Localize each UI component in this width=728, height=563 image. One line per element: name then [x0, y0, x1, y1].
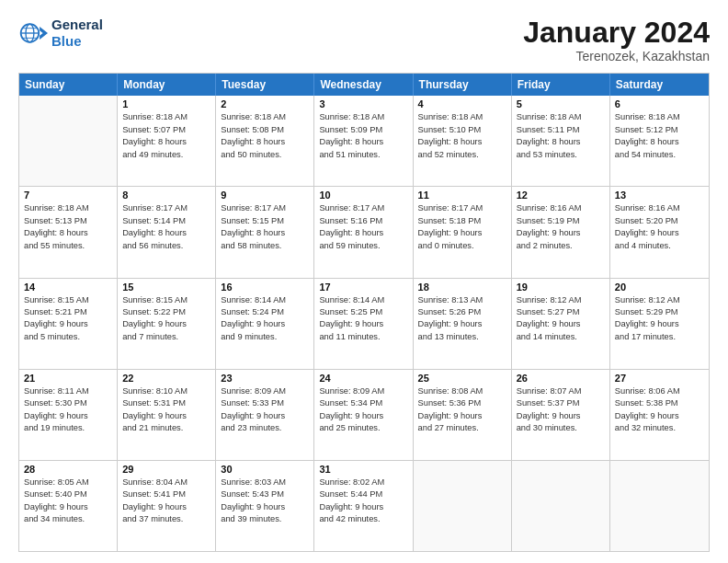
calendar-cell: 29 Sunrise: 8:04 AM Sunset: 5:41 PM Dayl… — [118, 461, 216, 551]
sunset-text: Sunset: 5:13 PM — [24, 215, 112, 227]
calendar-cell: 20 Sunrise: 8:12 AM Sunset: 5:29 PM Dayl… — [610, 279, 709, 369]
day-number: 19 — [517, 282, 605, 293]
day-number: 22 — [122, 373, 210, 384]
calendar-cell: 18 Sunrise: 8:13 AM Sunset: 5:26 PM Dayl… — [414, 279, 512, 369]
sunset-text: Sunset: 5:30 PM — [24, 397, 112, 409]
sunset-text: Sunset: 5:19 PM — [517, 215, 605, 227]
daylight-minutes-text: and 51 minutes. — [319, 149, 407, 161]
daylight-text: Daylight: 8 hours — [418, 136, 506, 148]
calendar-header: SundayMondayTuesdayWednesdayThursdayFrid… — [19, 74, 709, 96]
sunset-text: Sunset: 5:24 PM — [221, 306, 309, 318]
sunset-text: Sunset: 5:43 PM — [221, 488, 309, 500]
calendar-week-5: 28 Sunrise: 8:05 AM Sunset: 5:40 PM Dayl… — [19, 460, 709, 551]
calendar-cell — [512, 461, 610, 551]
daylight-minutes-text: and 25 minutes. — [319, 422, 407, 434]
day-number: 10 — [319, 190, 407, 201]
day-number: 26 — [517, 373, 605, 384]
sunset-text: Sunset: 5:29 PM — [615, 306, 704, 318]
sunrise-text: Sunrise: 8:05 AM — [24, 477, 112, 488]
sunrise-text: Sunrise: 8:04 AM — [122, 477, 210, 488]
calendar-cell: 23 Sunrise: 8:09 AM Sunset: 5:33 PM Dayl… — [216, 370, 314, 460]
day-number: 6 — [615, 98, 704, 109]
sunset-text: Sunset: 5:22 PM — [122, 306, 210, 318]
daylight-minutes-text: and 58 minutes. — [221, 240, 309, 252]
day-number: 28 — [24, 464, 112, 475]
daylight-text: Daylight: 9 hours — [319, 501, 407, 513]
calendar-cell: 17 Sunrise: 8:14 AM Sunset: 5:25 PM Dayl… — [314, 279, 413, 369]
daylight-text: Daylight: 9 hours — [418, 227, 506, 239]
daylight-text: Daylight: 9 hours — [517, 410, 605, 422]
day-number: 16 — [221, 282, 309, 293]
day-number: 24 — [319, 373, 407, 384]
calendar-cell — [414, 461, 512, 551]
calendar-body: 1 Sunrise: 8:18 AM Sunset: 5:07 PM Dayli… — [19, 96, 709, 551]
day-number: 17 — [319, 282, 407, 293]
daylight-minutes-text: and 53 minutes. — [517, 149, 605, 161]
daylight-minutes-text: and 30 minutes. — [517, 422, 605, 434]
daylight-text: Daylight: 9 hours — [615, 227, 704, 239]
header-day-saturday: Saturday — [610, 74, 709, 96]
calendar-cell: 16 Sunrise: 8:14 AM Sunset: 5:24 PM Dayl… — [216, 279, 314, 369]
calendar-cell: 2 Sunrise: 8:18 AM Sunset: 5:08 PM Dayli… — [216, 96, 314, 186]
daylight-minutes-text: and 9 minutes. — [221, 331, 309, 343]
header: General Blue January 2024 Terenozek, Kaz… — [18, 17, 710, 63]
sunset-text: Sunset: 5:26 PM — [418, 306, 506, 318]
calendar-cell: 26 Sunrise: 8:07 AM Sunset: 5:37 PM Dayl… — [512, 370, 610, 460]
sunrise-text: Sunrise: 8:18 AM — [221, 111, 309, 123]
header-day-sunday: Sunday — [19, 74, 118, 96]
sunset-text: Sunset: 5:27 PM — [517, 306, 605, 318]
day-number: 18 — [418, 282, 506, 293]
sunset-text: Sunset: 5:31 PM — [122, 397, 210, 409]
calendar-cell: 4 Sunrise: 8:18 AM Sunset: 5:10 PM Dayli… — [414, 96, 512, 186]
daylight-minutes-text: and 32 minutes. — [615, 422, 704, 434]
sunrise-text: Sunrise: 8:18 AM — [517, 111, 605, 123]
calendar-cell: 9 Sunrise: 8:17 AM Sunset: 5:15 PM Dayli… — [216, 187, 314, 277]
daylight-text: Daylight: 8 hours — [221, 136, 309, 148]
calendar-week-2: 7 Sunrise: 8:18 AM Sunset: 5:13 PM Dayli… — [19, 186, 709, 277]
sunrise-text: Sunrise: 8:18 AM — [418, 111, 506, 123]
daylight-text: Daylight: 8 hours — [122, 136, 210, 148]
calendar-cell: 27 Sunrise: 8:06 AM Sunset: 5:38 PM Dayl… — [610, 370, 709, 460]
header-day-friday: Friday — [512, 74, 610, 96]
daylight-text: Daylight: 9 hours — [319, 410, 407, 422]
sunrise-text: Sunrise: 8:02 AM — [319, 477, 407, 488]
day-number: 12 — [517, 190, 605, 201]
daylight-minutes-text: and 13 minutes. — [418, 331, 506, 343]
daylight-text: Daylight: 8 hours — [221, 227, 309, 239]
sunrise-text: Sunrise: 8:15 AM — [122, 294, 210, 306]
calendar-cell: 28 Sunrise: 8:05 AM Sunset: 5:40 PM Dayl… — [19, 461, 118, 551]
sunset-text: Sunset: 5:20 PM — [615, 215, 704, 227]
sunrise-text: Sunrise: 8:15 AM — [24, 294, 112, 306]
calendar-cell: 15 Sunrise: 8:15 AM Sunset: 5:22 PM Dayl… — [118, 279, 216, 369]
calendar-cell: 8 Sunrise: 8:17 AM Sunset: 5:14 PM Dayli… — [118, 187, 216, 277]
svg-marker-6 — [40, 27, 48, 40]
daylight-text: Daylight: 9 hours — [221, 318, 309, 330]
sunset-text: Sunset: 5:18 PM — [418, 215, 506, 227]
day-number: 4 — [418, 98, 506, 109]
daylight-text: Daylight: 8 hours — [24, 227, 112, 239]
logo-text: General Blue — [51, 17, 103, 50]
sunset-text: Sunset: 5:25 PM — [319, 306, 407, 318]
sunset-text: Sunset: 5:14 PM — [122, 215, 210, 227]
calendar-cell: 22 Sunrise: 8:10 AM Sunset: 5:31 PM Dayl… — [118, 370, 216, 460]
calendar-cell: 6 Sunrise: 8:18 AM Sunset: 5:12 PM Dayli… — [610, 96, 709, 186]
daylight-minutes-text: and 27 minutes. — [418, 422, 506, 434]
calendar-cell: 1 Sunrise: 8:18 AM Sunset: 5:07 PM Dayli… — [118, 96, 216, 186]
logo-icon — [18, 18, 48, 48]
daylight-minutes-text: and 54 minutes. — [615, 149, 704, 161]
day-number: 20 — [615, 282, 704, 293]
daylight-minutes-text: and 4 minutes. — [615, 240, 704, 252]
calendar-cell: 11 Sunrise: 8:17 AM Sunset: 5:18 PM Dayl… — [414, 187, 512, 277]
sunset-text: Sunset: 5:11 PM — [517, 124, 605, 136]
calendar-week-4: 21 Sunrise: 8:11 AM Sunset: 5:30 PM Dayl… — [19, 369, 709, 460]
calendar-cell — [610, 461, 709, 551]
day-number: 9 — [221, 190, 309, 201]
daylight-minutes-text: and 14 minutes. — [517, 331, 605, 343]
day-number: 23 — [221, 373, 309, 384]
day-number: 21 — [24, 373, 112, 384]
sunset-text: Sunset: 5:44 PM — [319, 488, 407, 500]
daylight-minutes-text: and 23 minutes. — [221, 422, 309, 434]
calendar-cell: 13 Sunrise: 8:16 AM Sunset: 5:20 PM Dayl… — [610, 187, 709, 277]
sunset-text: Sunset: 5:34 PM — [319, 397, 407, 409]
daylight-minutes-text: and 42 minutes. — [319, 513, 407, 525]
